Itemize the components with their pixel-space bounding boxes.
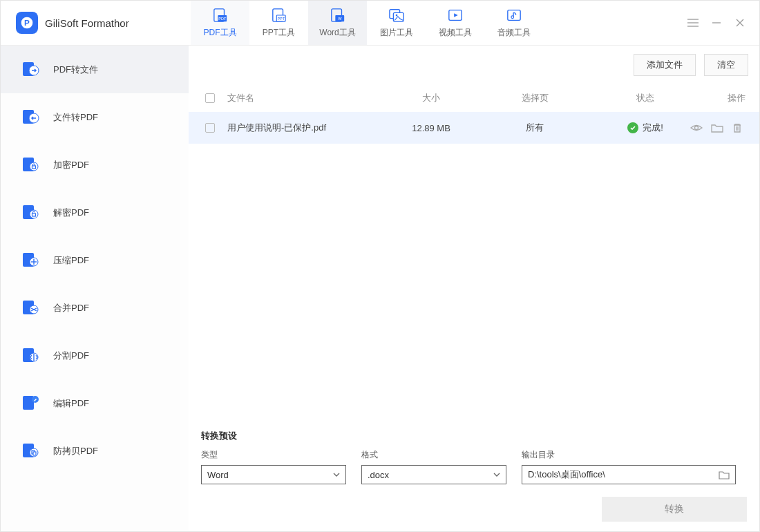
header: P GiliSoft Formathor PDF PDF工具 PPT PPT工具… [1,1,759,46]
sidebar-item-split-pdf[interactable]: 分割PDF [1,332,189,379]
svg-point-16 [511,15,513,18]
sidebar-item-merge-pdf[interactable]: 合并PDF [1,284,189,332]
sidebar-item-label: 分割PDF [53,350,89,362]
svg-point-48 [695,126,699,130]
minimize-button[interactable] [711,17,722,28]
svg-text:PDF: PDF [218,17,227,21]
top-tabs: PDF PDF工具 PPT PPT工具 W Word工具 图片工具 [191,1,687,45]
tab-word[interactable]: W Word工具 [308,1,367,45]
sidebar-item-label: 压缩PDF [53,254,89,267]
tab-audio[interactable]: 音频工具 [484,1,543,45]
menu-button[interactable] [687,17,699,28]
select-all-checkbox[interactable] [205,93,215,103]
cell-actions [704,122,759,133]
outdir-input[interactable]: D:\tools\桌面\office\ [522,465,736,484]
tab-video[interactable]: 视频工具 [426,1,484,45]
file-to-pdf-icon [20,108,41,126]
svg-text:PPT: PPT [277,17,285,21]
body: PDF转文件 文件转PDF 加密PDF 解密PDF 压缩PDF [1,46,759,531]
sidebar-item-label: 解密PDF [53,207,89,219]
sidebar-item-edit-pdf[interactable]: 编辑PDF [1,379,189,427]
logo-area: P GiliSoft Formathor [1,1,191,45]
cell-status: 完成! [587,122,704,134]
word-tool-icon: W [329,8,347,23]
outdir-label: 输出目录 [522,449,736,461]
row-checkbox[interactable] [205,123,215,133]
sidebar-item-file-to-pdf[interactable]: 文件转PDF [1,93,189,141]
header-status: 状态 [587,92,704,104]
split-pdf-icon [20,347,41,365]
convert-button[interactable]: 转换 [602,497,747,522]
sidebar-item-decrypt-pdf[interactable]: 解密PDF [1,189,189,236]
tab-image[interactable]: 图片工具 [367,1,426,45]
clear-button[interactable]: 清空 [704,54,748,76]
header-name: 文件名 [227,92,379,104]
main-panel: 添加文件 清空 文件名 大小 选择页 状态 操作 用户使用说明-已保护.pdf … [189,46,759,531]
header-size: 大小 [379,92,483,104]
ppt-tool-icon: PPT [270,8,288,23]
sidebar-item-label: 编辑PDF [53,397,89,410]
type-label: 类型 [201,449,346,461]
tab-ppt[interactable]: PPT PPT工具 [249,1,308,45]
sidebar-item-encrypt-pdf[interactable]: 加密PDF [1,141,189,189]
pdf-tool-icon: PDF [211,8,229,23]
toolbar: 添加文件 清空 [189,46,759,84]
edit-pdf-icon [20,395,41,412]
folder-icon[interactable] [719,470,730,479]
format-label: 格式 [361,449,506,461]
pdf-to-file-icon [20,61,41,79]
header-action: 操作 [704,92,759,104]
svg-rect-47 [33,452,36,455]
preview-icon[interactable] [690,122,701,133]
decrypt-pdf-icon [20,204,41,222]
close-button[interactable] [734,17,745,28]
table-row[interactable]: 用户使用说明-已保护.pdf 12.89 MB 所有 完成! [189,112,759,144]
cell-pages: 所有 [483,122,587,134]
sidebar-item-anticopy-pdf[interactable]: 防拷贝PDF [1,427,189,475]
image-tool-icon [388,8,406,23]
sidebar-item-label: 加密PDF [53,159,89,171]
app-title: GiliSoft Formathor [45,17,129,29]
sidebar-item-compress-pdf[interactable]: 压缩PDF [1,236,189,284]
svg-text:W: W [338,17,342,21]
table-header: 文件名 大小 选择页 状态 操作 [189,84,759,112]
format-select[interactable]: .docx [361,465,506,484]
chevron-down-icon [493,473,500,477]
sidebar-item-label: 文件转PDF [53,111,98,124]
delete-icon[interactable] [732,122,743,133]
compress-pdf-icon [20,251,41,269]
tab-pdf[interactable]: PDF PDF工具 [191,1,249,45]
audio-tool-icon [505,8,523,23]
video-tool-icon [446,8,464,23]
cell-size: 12.89 MB [379,123,483,133]
window-controls [687,1,759,45]
preset-title: 转换预设 [201,430,747,442]
sidebar-item-label: PDF转文件 [53,64,98,76]
conversion-preset: 转换预设 类型 Word 格式 .docx [189,417,759,531]
app-logo-icon: P [16,12,38,34]
svg-rect-15 [507,10,520,20]
sidebar: PDF转文件 文件转PDF 加密PDF 解密PDF 压缩PDF [1,46,189,531]
chevron-down-icon [333,473,340,477]
svg-text:P: P [24,18,30,27]
encrypt-pdf-icon [20,156,41,174]
cell-name: 用户使用说明-已保护.pdf [227,122,379,134]
header-pages: 选择页 [483,92,587,104]
sidebar-item-pdf-to-file[interactable]: PDF转文件 [1,46,189,93]
check-circle-icon [627,122,638,133]
anticopy-pdf-icon [20,442,41,460]
svg-point-13 [395,14,397,16]
type-select[interactable]: Word [201,465,346,484]
add-file-button[interactable]: 添加文件 [634,54,696,76]
merge-pdf-icon [20,299,41,317]
sidebar-item-label: 合并PDF [53,302,89,314]
open-folder-icon[interactable] [711,122,722,133]
sidebar-item-label: 防拷贝PDF [53,445,98,457]
